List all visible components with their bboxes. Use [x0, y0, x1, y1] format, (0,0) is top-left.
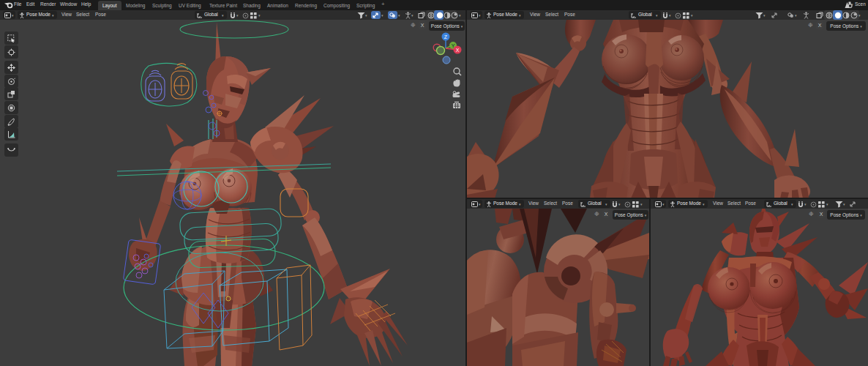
svg-text:Z: Z [444, 34, 448, 40]
svg-text:X: X [456, 48, 460, 53]
